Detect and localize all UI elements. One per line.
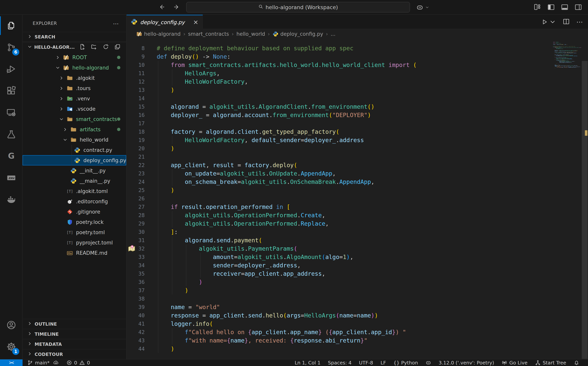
sidebar-section-codetour[interactable]: CODETOUR <box>23 349 126 359</box>
customize-layout-icon[interactable] <box>533 3 541 12</box>
toggle-secondary-sidebar-icon[interactable] <box>574 3 582 12</box>
new-file-icon[interactable] <box>79 44 86 51</box>
tree-item-poetry-toml[interactable]: [T]poetry.toml <box>23 227 126 237</box>
activity-dotenv[interactable]: .ENV <box>0 167 22 189</box>
code-line-8[interactable]: 8# define deployment behaviour based on … <box>127 44 581 53</box>
scrollbar-thumb[interactable] <box>582 61 588 359</box>
tree-item-pyproject-toml[interactable]: [T]pyproject.toml <box>23 237 126 248</box>
code-line-33[interactable]: 33 amount=algokit_utils.AlgoAmount(algo=… <box>127 253 581 261</box>
code-line-12[interactable]: 12 HelloWorldFactory, <box>127 77 581 86</box>
activity-remote-explorer[interactable] <box>0 102 22 123</box>
tree-item--init-py[interactable]: __init__.py <box>23 165 126 176</box>
copilot-menu[interactable] <box>416 0 429 15</box>
tree-item--tours[interactable]: .tours <box>23 83 126 93</box>
code-line-14[interactable]: 14 <box>127 94 581 103</box>
code-line-30[interactable]: 30 ]: <box>127 228 581 236</box>
code-line-23[interactable]: 23 on_update=algokit_utils.OnUpdate.Appe… <box>127 169 581 178</box>
tree-item-hello-algorand[interactable]: hello-algorand <box>23 62 126 73</box>
activity-docker[interactable] <box>0 189 22 211</box>
status-python-interpreter[interactable]: 3.12.0 ('.venv': Poetry) <box>439 360 494 366</box>
tab-deploy-config[interactable]: deploy_config.py × <box>127 15 203 29</box>
problems-status[interactable]: 0 0 <box>66 360 90 366</box>
tree-item--vscode[interactable]: .vscode <box>23 104 126 114</box>
toggle-panel-icon[interactable] <box>561 3 569 12</box>
code-line-17[interactable]: 17 <box>127 119 581 128</box>
activity-settings[interactable]: 1 <box>0 336 22 358</box>
breadcrumb-item[interactable]: hello-algorand <box>136 31 181 37</box>
code-line-44[interactable]: 44 ) <box>127 345 581 353</box>
split-editor-icon[interactable] <box>563 18 570 26</box>
new-folder-icon[interactable] <box>91 44 97 51</box>
sidebar-section-workspace[interactable]: HELLO-ALGOR... <box>23 42 126 52</box>
tree-item--gitignore[interactable]: .gitignore <box>23 206 126 217</box>
collapse-all-icon[interactable] <box>114 44 121 51</box>
codetour-map-icon[interactable] <box>127 244 136 253</box>
tree-item--main-py[interactable]: __main__.py <box>23 176 126 186</box>
activity-accounts[interactable] <box>0 314 22 336</box>
breadcrumb-item[interactable]: hello_world <box>237 31 265 37</box>
tree-item-contract-py[interactable]: contract.py <box>23 145 126 155</box>
activity-run-and-debug[interactable] <box>0 58 22 80</box>
code-line-18[interactable]: 18 factory = algorand.client.get_typed_a… <box>127 128 581 136</box>
code-line-9[interactable]: 9def deploy() -> None: <box>127 53 581 61</box>
code-line-22[interactable]: 22 app_client, result = factory.deploy( <box>127 161 581 169</box>
code-line-39[interactable]: 39 name = "world" <box>127 303 581 311</box>
code-line-24[interactable]: 24 on_schema_break=algokit_utils.OnSchem… <box>127 178 581 186</box>
breadcrumb-item[interactable]: ... <box>331 31 335 37</box>
code-line-36[interactable]: 36 ) <box>127 278 581 286</box>
run-python-file-icon[interactable] <box>541 18 556 25</box>
sidebar-section-timeline[interactable]: TIMELINE <box>23 329 126 339</box>
editor-scrollbar[interactable] <box>581 39 588 359</box>
tree-item--venv[interactable]: .venv <box>23 93 126 104</box>
tree-item--algokit-toml[interactable]: [T].algokit.toml <box>23 186 126 196</box>
status-indentation[interactable]: Spaces: 4 <box>328 360 351 366</box>
activity-explorer[interactable] <box>0 15 22 37</box>
sidebar-section-metadata[interactable]: METADATA <box>23 339 126 349</box>
command-center[interactable]: hello-algorand (Workspace) <box>186 2 410 12</box>
close-tab-icon[interactable]: × <box>193 18 198 26</box>
status-go-live[interactable]: Go Live <box>501 360 528 366</box>
code-line-29[interactable]: 29 algokit_utils.OperationPerformed.Repl… <box>127 219 581 228</box>
status-start-tree[interactable]: Start Tree <box>535 360 566 366</box>
sidebar-section-search[interactable]: SEARCH <box>23 32 126 42</box>
code-line-25[interactable]: 25 ) <box>127 186 581 194</box>
tree-item--editorconfig[interactable]: .editorconfig <box>23 196 126 206</box>
tree-item-deploy-config-py[interactable]: deploy_config.py <box>23 155 126 165</box>
explorer-more-actions-icon[interactable]: ⋯ <box>113 20 119 27</box>
code-line-28[interactable]: 28 algokit_utils.OperationPerformed.Crea… <box>127 211 581 219</box>
refresh-icon[interactable] <box>103 44 109 51</box>
tree-item-artifacts[interactable]: artifacts <box>23 124 126 135</box>
activity-source-control[interactable]: 6 <box>0 37 22 58</box>
activity-gitlens[interactable]: G <box>0 145 22 167</box>
code-line-13[interactable]: 13 ) <box>127 86 581 94</box>
activity-extensions[interactable] <box>0 80 22 102</box>
code-line-37[interactable]: 37 ) <box>127 286 581 295</box>
tree-item-smart-contracts[interactable]: smart_contracts <box>23 114 126 124</box>
code-line-19[interactable]: 19 HelloWorldFactory, default_sender=dep… <box>127 136 581 144</box>
minimap[interactable]: import loggingimport algokit_utilslogger… <box>552 39 581 359</box>
git-branch-status[interactable]: main* <box>27 360 59 366</box>
status-language-mode[interactable]: {} Python <box>393 360 418 366</box>
code-line-31[interactable]: 31 algorand.send.payment( <box>127 236 581 244</box>
code-line-27[interactable]: 27 if result.operation_performed in [ <box>127 203 581 211</box>
nav-back-icon[interactable] <box>159 4 165 11</box>
nav-forward-icon[interactable] <box>173 4 180 11</box>
code-line-16[interactable]: 16 deployer_ = algorand.account.from_env… <box>127 111 581 119</box>
editor-more-actions-icon[interactable]: ⋯ <box>576 18 583 26</box>
sidebar-section-outline[interactable]: OUTLINE <box>23 319 126 329</box>
code-line-10[interactable]: 10 from smart_contracts.artifacts.hello_… <box>127 61 581 69</box>
code-line-11[interactable]: 11 HelloArgs, <box>127 69 581 77</box>
status-cursor-position[interactable]: Ln 1, Col 1 <box>294 360 320 366</box>
code-line-40[interactable]: 40 response = app_client.send.hello(args… <box>127 311 581 320</box>
code-line-26[interactable]: 26 <box>127 194 581 203</box>
code-line-15[interactable]: 15 algorand = algokit_utils.AlgorandClie… <box>127 103 581 111</box>
tree-item--algokit[interactable]: .algokit <box>23 73 126 83</box>
code-line-32[interactable]: 32 algokit_utils.PaymentParams( <box>127 244 581 253</box>
status-notifications[interactable] <box>574 360 580 366</box>
code-line-41[interactable]: 41 logger.info( <box>127 320 581 328</box>
status-encoding[interactable]: UTF-8 <box>359 360 373 366</box>
tree-item-poetry-lock[interactable]: poetry.lock <box>23 217 126 227</box>
code-line-42[interactable]: 42 f"Called hello on {app_client.app_nam… <box>127 328 581 336</box>
code-editor[interactable]: 8# define deployment behaviour based on … <box>127 39 581 359</box>
breadcrumb-item[interactable]: deploy_config.py <box>273 31 323 37</box>
